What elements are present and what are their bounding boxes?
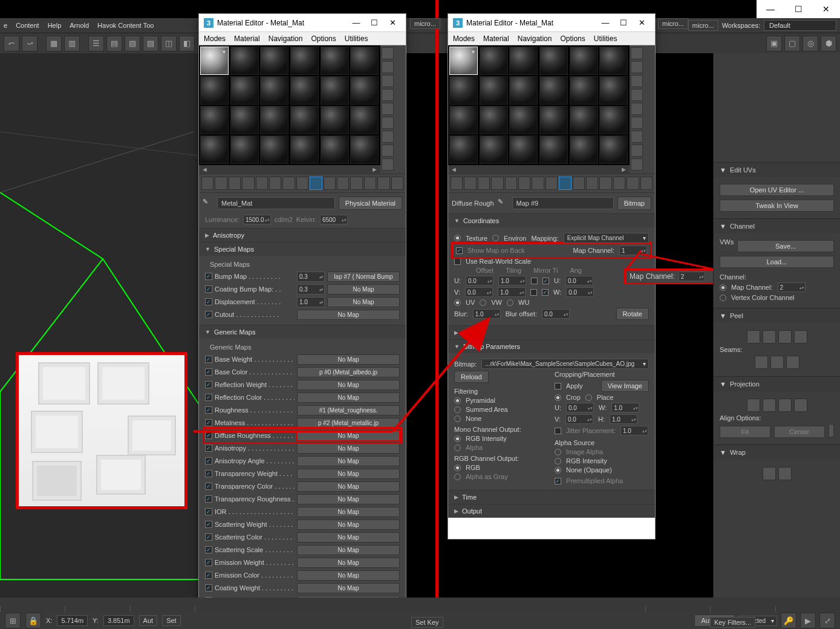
material-tool-icon[interactable]: [350, 177, 362, 190]
close-icon[interactable]: ✕: [633, 18, 650, 27]
map-channel-value[interactable]: 2: [778, 282, 806, 292]
map-slot-button[interactable]: No Map: [297, 469, 400, 479]
minimize-button[interactable]: —: [757, 0, 784, 18]
toolbar-icon[interactable]: ▢: [784, 36, 800, 51]
map-channel-spinner[interactable]: 1: [619, 246, 647, 255]
map-slot-button[interactable]: No Map: [297, 456, 400, 466]
u-offset[interactable]: 0.0: [466, 276, 493, 285]
proj-box-icon[interactable]: [794, 399, 807, 412]
sample-slot[interactable]: [599, 106, 628, 134]
toolbar-icon[interactable]: ⤺: [4, 36, 19, 51]
u-angle[interactable]: 0.0: [565, 276, 593, 285]
map-enable-check[interactable]: ✓: [205, 368, 212, 376]
sample-slots[interactable]: [448, 45, 630, 165]
sample-option-icon[interactable]: [631, 145, 643, 157]
set-key-button[interactable]: Set Key: [411, 617, 443, 628]
map-enable-check[interactable]: ✓: [205, 419, 212, 426]
map-enable-check[interactable]: ✓: [205, 559, 212, 566]
map-enable-check[interactable]: ✓: [205, 521, 212, 528]
map-slot-button[interactable]: No Map: [297, 354, 400, 365]
sample-slot[interactable]: [350, 106, 379, 134]
material-tool-icon[interactable]: [215, 177, 227, 190]
proj-cyl-icon[interactable]: [763, 399, 776, 412]
material-tool-icon[interactable]: [505, 177, 517, 190]
minimize-icon[interactable]: —: [597, 18, 614, 27]
workspace-select[interactable]: Default: [764, 20, 836, 31]
sample-slots[interactable]: [199, 45, 380, 165]
menu-item[interactable]: e: [4, 22, 7, 29]
map-name-input[interactable]: [512, 197, 614, 209]
map-slot-button[interactable]: No Map: [297, 545, 400, 555]
sample-slot[interactable]: [599, 135, 628, 164]
sample-slot[interactable]: [230, 106, 259, 134]
maximize-icon[interactable]: ☐: [366, 18, 383, 27]
material-tool-icon[interactable]: [310, 177, 322, 190]
apply-check[interactable]: [555, 383, 561, 389]
menu-item[interactable]: Content: [16, 22, 39, 29]
seam-icon[interactable]: [755, 356, 768, 369]
sample-slot[interactable]: [480, 135, 508, 164]
v-tile[interactable]: ✓: [542, 289, 549, 296]
map-slot-button[interactable]: No Map: [327, 297, 400, 307]
sample-slot[interactable]: [570, 47, 598, 75]
menu-item[interactable]: Arnold: [70, 22, 89, 29]
sample-slot[interactable]: [509, 76, 538, 105]
premult-check[interactable]: ✓: [555, 478, 561, 484]
sample-option-icon[interactable]: [631, 47, 643, 59]
menu-item[interactable]: Material: [483, 34, 509, 43]
reload-button[interactable]: Reload: [454, 371, 489, 383]
sample-scrollbar[interactable]: ◄►: [448, 165, 630, 174]
sample-scrollbar[interactable]: ◄►: [199, 165, 380, 174]
toolbar-icon[interactable]: ◧: [179, 36, 195, 51]
sample-option-icon[interactable]: [631, 89, 643, 101]
sample-slot[interactable]: [599, 76, 628, 105]
toolbar-icon[interactable]: ⬢: [821, 36, 836, 51]
map-slot-button[interactable]: No Map: [327, 284, 400, 295]
sample-slot[interactable]: [350, 47, 379, 75]
sample-slot[interactable]: [200, 76, 229, 105]
toolbar-icon[interactable]: ⤻: [22, 36, 37, 51]
sample-option-icon[interactable]: [382, 158, 394, 171]
sample-slot[interactable]: [449, 106, 478, 134]
material-tool-icon[interactable]: [451, 177, 463, 190]
uv-radio[interactable]: [454, 299, 461, 306]
map-slot-button[interactable]: No Map: [297, 481, 400, 492]
material-tool-icon[interactable]: [559, 177, 571, 190]
material-tool-icon[interactable]: [282, 177, 295, 190]
menu-item[interactable]: Modes: [204, 34, 226, 43]
menu-item[interactable]: Utilities: [594, 34, 617, 43]
map-enable-check[interactable]: ✓: [205, 572, 212, 579]
material-tool-icon[interactable]: [627, 177, 639, 190]
material-tool-icon[interactable]: [269, 177, 281, 190]
sample-slot[interactable]: [200, 106, 229, 134]
mono-rgb-intensity[interactable]: [454, 435, 461, 442]
rgb-rgb[interactable]: [454, 464, 461, 471]
sample-slot[interactable]: [509, 135, 538, 164]
sample-slot[interactable]: [200, 47, 229, 75]
map-enable-check[interactable]: ✓: [205, 584, 212, 592]
v-offset[interactable]: 0.0: [465, 287, 493, 297]
material-tool-icon[interactable]: [573, 177, 585, 190]
u-tiling[interactable]: 1.0: [498, 276, 526, 285]
material-name-input[interactable]: [217, 197, 335, 209]
filter-none[interactable]: [454, 416, 461, 422]
peel-icon[interactable]: [747, 330, 760, 344]
rollout-output[interactable]: ▶Output: [448, 504, 655, 518]
map-amount-spinner[interactable]: 0.3: [297, 284, 325, 295]
map-slot-button[interactable]: No Map: [297, 310, 400, 320]
map-enable-check[interactable]: ✓: [205, 298, 212, 305]
material-tool-icon[interactable]: [229, 177, 241, 190]
peel-icon[interactable]: [763, 330, 776, 344]
aut-tag[interactable]: Aut: [139, 615, 158, 626]
luminance-value[interactable]: 1500.0: [243, 215, 271, 224]
map-enable-check[interactable]: ✓: [205, 381, 212, 388]
map-enable-check[interactable]: ✓: [205, 495, 212, 503]
toolbar-icon[interactable]: ◎: [803, 36, 818, 51]
map-slot-button[interactable]: #1 (Metal_roughness.: [297, 405, 400, 416]
crop-v[interactable]: 0.0: [565, 414, 593, 424]
kelvin-value[interactable]: 6500: [320, 215, 348, 224]
map-slot-button[interactable]: No Map: [297, 443, 400, 454]
tweak-in-view-button[interactable]: Tweak In View: [720, 200, 834, 212]
texture-radio[interactable]: [454, 235, 461, 241]
menu-item[interactable]: Help: [48, 22, 62, 29]
